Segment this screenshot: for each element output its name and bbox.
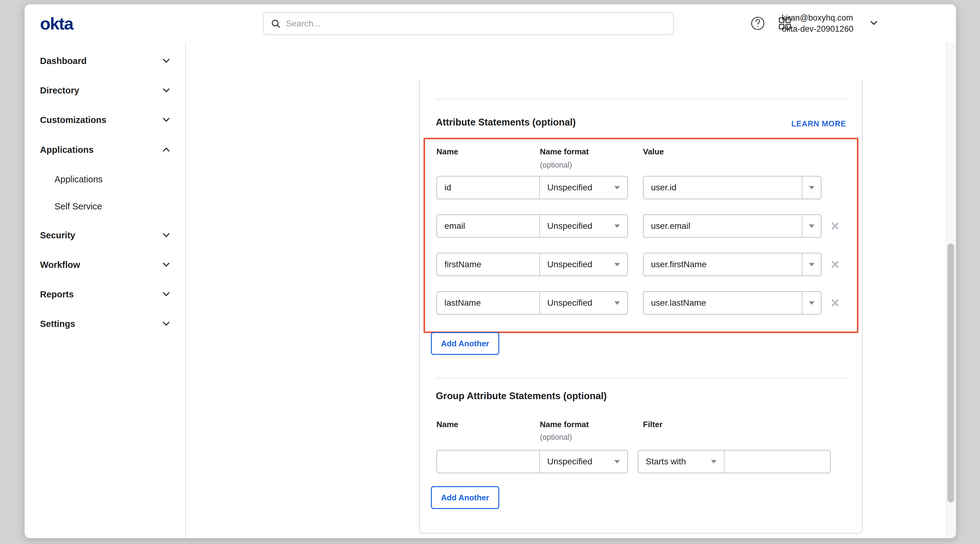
add-another-attribute-button[interactable]: Add Another (431, 332, 499, 355)
vertical-scrollbar-track[interactable] (946, 42, 956, 538)
learn-more-link[interactable]: LEARN MORE (791, 119, 846, 128)
name-format-select[interactable]: Unspecified (539, 176, 627, 199)
dropdown-caret-icon (809, 186, 815, 189)
sidebar-item-applications[interactable]: Applications (25, 141, 185, 159)
user-email: kiran@boxyhq.com (782, 12, 853, 23)
sidebar-item-reports[interactable]: Reports (25, 285, 185, 303)
close-x-icon: × (831, 257, 839, 272)
group-attribute-name-format-group: Unspecified (436, 450, 628, 473)
name-format-select[interactable]: Unspecified (539, 215, 627, 237)
close-x-icon: × (831, 295, 839, 310)
attribute-value-input[interactable]: user.firstName (644, 254, 802, 276)
filter-value-input[interactable] (724, 450, 830, 473)
attribute-value-input[interactable]: user.lastName (644, 292, 802, 314)
attribute-name-input-text: email (444, 221, 465, 231)
account-menu[interactable]: kiran@boxyhq.com okta-dev-20901260 (782, 12, 853, 35)
name-format-select[interactable]: Unspecified (539, 292, 627, 314)
name-format-select-text: Unspecified (547, 183, 592, 192)
attribute-value-dropdown-button[interactable] (802, 215, 821, 237)
group-attribute-statements-title: Group Attribute Statements (optional) (436, 390, 607, 401)
help-icon[interactable] (750, 16, 765, 31)
attribute-name-input[interactable]: email (437, 215, 539, 237)
attribute-name-input-text: id (444, 183, 451, 192)
remove-attribute-button[interactable]: × (824, 214, 845, 238)
dropdown-caret-icon (614, 301, 620, 305)
col-header-name: Name (436, 147, 458, 157)
attribute-name-input[interactable]: id (437, 176, 539, 199)
sidebar-item-label: Security (40, 230, 75, 241)
group-col-header-filter: Filter (643, 420, 663, 429)
dropdown-caret-icon (614, 460, 620, 463)
attribute-value-input-text: user.id (651, 183, 676, 192)
global-search-input[interactable]: Search... (263, 12, 674, 35)
sidebar-item-security[interactable]: Security (25, 226, 185, 244)
attribute-name-input[interactable]: firstName (437, 254, 539, 276)
dropdown-caret-icon (614, 263, 620, 266)
sidebar-item-label: Applications (54, 174, 102, 184)
sidebar-item-label: Settings (40, 319, 75, 329)
name-format-select-text: Unspecified (547, 298, 592, 308)
sidebar-item-self-service[interactable]: Self Service (25, 197, 185, 216)
attribute-value-combobox: user.email (643, 214, 821, 238)
attribute-value-dropdown-button[interactable] (802, 176, 821, 199)
attribute-value-dropdown-button[interactable] (802, 292, 821, 314)
attribute-name-input-text: lastName (444, 298, 481, 308)
close-x-icon: × (831, 219, 839, 233)
attribute-value-combobox: user.lastName (643, 291, 821, 315)
attribute-value-input[interactable]: user.id (644, 176, 802, 199)
filter-type-select[interactable]: Starts with (638, 450, 724, 473)
main-content: Attribute Statements (optional) LEARN MO… (186, 42, 947, 538)
chevron-down-icon (162, 290, 170, 298)
name-format-select-text: Unspecified (547, 260, 592, 270)
group-name-format-select[interactable]: Unspecified (539, 450, 627, 473)
attribute-value-combobox: user.id (643, 176, 821, 199)
account-chevron-down-icon[interactable] (869, 19, 879, 27)
remove-attribute-button[interactable]: × (824, 253, 845, 276)
attribute-value-input-text: user.email (651, 221, 690, 231)
chevron-down-icon (162, 232, 170, 239)
okta-logo[interactable]: okta (40, 13, 73, 33)
remove-attribute-button[interactable]: × (824, 291, 845, 315)
chevron-down-icon (162, 261, 170, 268)
group-col-header-name-format-note: (optional) (540, 433, 572, 442)
search-placeholder: Search... (286, 19, 320, 29)
sidebar-item-customizations[interactable]: Customizations (25, 111, 185, 129)
sidebar-item-directory[interactable]: Directory (25, 81, 185, 100)
attribute-value-input-text: user.firstName (651, 260, 707, 270)
attribute-name-input-text: firstName (444, 260, 481, 270)
sidebar-item-applications[interactable]: Applications (25, 170, 185, 189)
attribute-name-format-group: idUnspecified (436, 176, 628, 199)
add-another-group-attribute-button[interactable]: Add Another (431, 486, 499, 509)
name-format-select[interactable]: Unspecified (539, 254, 627, 276)
sidebar-item-label: Directory (40, 86, 79, 96)
attribute-name-format-group: emailUnspecified (436, 214, 628, 238)
group-attribute-name-input[interactable] (437, 450, 539, 473)
search-icon (270, 19, 281, 29)
group-filter-group: Starts with (638, 450, 831, 473)
dropdown-caret-icon (809, 263, 815, 266)
chevron-down-icon (162, 57, 170, 65)
col-header-name-format-note: (optional) (540, 160, 572, 170)
dropdown-caret-icon (614, 225, 620, 228)
name-format-select-text: Unspecified (547, 221, 592, 231)
chevron-down-icon (162, 116, 170, 124)
sidebar-item-label: Self Service (54, 201, 102, 212)
attribute-value-dropdown-button[interactable] (802, 254, 821, 276)
chevron-down-icon (162, 320, 170, 328)
sidebar-item-label: Customizations (40, 115, 107, 125)
attribute-value-input-text: user.lastName (651, 298, 706, 308)
org-name: okta-dev-20901260 (782, 23, 853, 35)
chevron-down-icon (162, 87, 170, 94)
attribute-value-combobox: user.firstName (643, 253, 821, 276)
attribute-name-input[interactable]: lastName (437, 292, 539, 314)
vertical-scrollbar-thumb[interactable] (947, 244, 954, 503)
col-header-name-format: Name format (540, 147, 589, 157)
attribute-value-input[interactable]: user.email (644, 215, 802, 237)
sidebar-item-workflow[interactable]: Workflow (25, 255, 185, 274)
sidebar-item-label: Workflow (40, 260, 80, 270)
dropdown-caret-icon (614, 186, 620, 189)
sidebar-item-dashboard[interactable]: Dashboard (25, 52, 185, 70)
top-bar: okta Search... kiran@boxyhq.com okta-dev… (25, 4, 956, 43)
group-name-format-select-text: Unspecified (547, 457, 592, 466)
sidebar-item-settings[interactable]: Settings (25, 315, 185, 333)
